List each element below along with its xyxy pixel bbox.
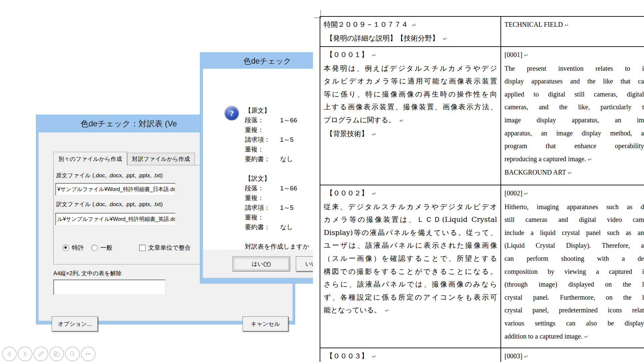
en-text-line: The present invention relates to i (504, 62, 644, 75)
message-line (245, 232, 309, 242)
jp-text-line: 上する画像表示装置、撮像装置、画像表示方法、 (324, 101, 497, 114)
canvas: { "colors": { "dialog_accent": "#9ec7ef"… (0, 0, 644, 362)
doc-type-radio-1[interactable] (91, 245, 98, 251)
jp-text-line: ず、各種設定に係る所定のアイコンをも表示可 (324, 291, 497, 304)
jp-text-line: 能となっている。 ↵ (324, 304, 497, 317)
en-text-line: still cameras and digital video cam (504, 213, 644, 226)
presenter-controls (2, 347, 96, 361)
jp-cell: 特開２００９－１０７７４ ↵ 【発明の詳細な説明】【技術分野】 ↵ (320, 17, 501, 46)
message-line (245, 164, 309, 174)
doc-type-radios: 特許一般 (63, 244, 117, 252)
doc-type-radio-0[interactable] (63, 245, 69, 251)
en-text-line: [0003]↵ (504, 350, 644, 362)
jp-text-line: 【０００２】 ↵ (324, 187, 497, 200)
en-text-line: display apparatuses and the like that ca (504, 75, 644, 88)
dialog-confirm-button-strip: はい(Y) いいえ(N) (203, 250, 332, 278)
en-text-line: apparatus, an image display method, a (504, 127, 644, 140)
en-text-line: include a liquid crystal panel such as a… (504, 226, 644, 239)
source-file-label: 原文ファイル (.doc, .docx, .ppt, .pptx, .txt) (56, 172, 163, 179)
message-line: 重複： (245, 213, 309, 222)
en-text-line: crystal panel, predetermined icons relat (504, 304, 644, 317)
en-text-line: TECHNICAL FIELD↵ (504, 18, 644, 32)
jp-cell: 【０００２】 ↵従来、デジタルスチルカメラやデジタルビデオカメラ等の撮像装置は、… (320, 185, 501, 348)
en-text-line: composition by viewing a captured i (504, 265, 644, 278)
jp-text-line: 本発明は、例えばデジタルスチルカメラやデジ (324, 62, 497, 75)
jp-text-line: 従来、デジタルスチルカメラやデジタルビデオ (324, 200, 497, 214)
source-file-input[interactable]: ¥サンプルファイル¥Word_特許明細書_日本語.doc (55, 183, 175, 195)
jp-text-line: さらに、該液晶パネルでは、撮像画像のみなら (324, 278, 497, 291)
en-text-line: can perform shooting with a de (504, 252, 644, 265)
message-line: 重複： (245, 193, 309, 203)
en-text-line: (Liquid Crystal Display). Therefore, a (504, 239, 644, 252)
en-cell: [0001]↵The present invention relates to … (501, 47, 644, 185)
en-cell: [0002]↵Hitherto, imaging apparatuses suc… (501, 185, 644, 348)
more-options-icon[interactable] (81, 347, 96, 361)
message-line: 重複： (245, 144, 309, 154)
message-line: 段落：1～66 (245, 183, 309, 193)
en-cell: TECHNICAL FIELD↵ (501, 17, 644, 46)
jp-cell: 【０００３】 ↵ (320, 348, 501, 362)
next-slide-icon[interactable] (18, 347, 33, 361)
jp-text-line: 【発明の詳細な説明】【技術分野】 ↵ (324, 32, 497, 46)
jp-text-line: 特開２００９－１０７７４ ↵ (324, 18, 497, 32)
message-line: 請求項：1～5 (245, 203, 309, 213)
en-text-line: cameras, and the like, particularly t (504, 101, 644, 114)
en-text-line: BACKGROUND ART↵ (504, 166, 644, 180)
en-text-line: [0002]↵ (504, 187, 644, 200)
doc-type-label-0: 特許 (72, 244, 84, 252)
target-file-input[interactable]: ル¥サンプルファイル¥Word_特許明細書_英語.doc (55, 213, 175, 225)
table-row: 【０００１】 ↵本発明は、例えばデジタルスチルカメラやデジタルビデオカメラ等に適… (320, 47, 644, 185)
en-text-line: program that enhance operability (504, 139, 644, 153)
yes-button[interactable]: はい(Y) (232, 256, 290, 272)
align-checkbox-label: 文章単位で整合 (148, 244, 191, 252)
en-text-line: image display apparatus, an im (504, 114, 644, 127)
message-line: 【訳文】 (245, 174, 309, 183)
align-checkbox[interactable] (139, 245, 146, 251)
jp-text-line: ユーザは、該液晶パネルに表示された撮像画像 (324, 239, 497, 252)
see-all-slides-icon[interactable] (49, 347, 64, 361)
jp-text-line: （スルー画像）を確認することで、所望とする (324, 252, 497, 265)
align-checkbox-row[interactable]: 文章単位で整合 (139, 244, 191, 252)
en-text-line: crystal panel. Furthermore, on the l (504, 291, 644, 304)
table-row: 【０００３】 ↵[0003]↵ (320, 348, 644, 362)
jp-text-line: 等に係り、特に撮像画像の再生時の操作性を向 (324, 88, 497, 101)
message-line: 段落：1～66 (245, 115, 309, 125)
tab-strip: 別々のファイルから作成対訳ファイルから作成 (53, 153, 195, 165)
message-line: 請求項：1～5 (245, 135, 309, 144)
previous-slide-icon[interactable] (2, 347, 17, 361)
zoom-icon[interactable] (65, 347, 80, 361)
jp-text-line: プログラムに関する。 ↵ (324, 114, 497, 127)
tab-1[interactable]: 対訳ファイルから作成 (127, 153, 195, 165)
cancel-button[interactable]: キャンセル (243, 316, 288, 331)
jp-text-line: 構図での撮影をすることができることになる。 (324, 265, 497, 278)
en-text-line: Hitherto, imaging apparatuses such as d (504, 200, 644, 214)
table-row: 【０００２】 ↵従来、デジタルスチルカメラやデジタルビデオカメラ等の撮像装置は、… (320, 185, 644, 348)
en-cell: [0003]↵ (501, 348, 644, 362)
dialog-confirm-message-area: ? 【原文】段落：1～66重複：請求項：1～5重複：要約書：なし【訳文】段落：1… (203, 69, 332, 250)
options-button[interactable]: オプション... (52, 316, 98, 331)
jp-text-line: カメラ等の撮像装置は、ＬＣＤ(Liquid Crystal (324, 213, 497, 226)
jp-text-line: 【背景技術】 ↵ (324, 127, 497, 141)
message-line: 重複： (245, 125, 309, 135)
jp-text-line: タルビデオカメラ等に適用可能な画像表示装置 (324, 75, 497, 88)
layout-input[interactable] (53, 280, 165, 295)
jp-text-line: Display)等の液晶パネルを備えている。従って、 (324, 226, 497, 239)
jp-cell: 【０００１】 ↵本発明は、例えばデジタルスチルカメラやデジタルビデオカメラ等に適… (320, 47, 501, 185)
en-text-line: applied to digital still cameras, digita… (504, 88, 644, 101)
en-text-line: reproducing a captured image.↵ (504, 153, 644, 166)
table-row: 特開２００９－１０７７４ ↵ 【発明の詳細な説明】【技術分野】 ↵TECHNIC… (320, 17, 644, 47)
message-line: 【原文】 (245, 106, 309, 115)
layout-note-label: A4縦×2列, 文中の表を解除 (53, 269, 121, 277)
message-line: 要約書：なし (245, 154, 309, 164)
en-text-line: [0001]↵ (504, 48, 644, 62)
document-window: 特開２００９－１０７７４ ↵ 【発明の詳細な説明】【技術分野】 ↵TECHNIC… (313, 0, 644, 362)
jp-text-line: 【０００３】 ↵ (324, 350, 497, 362)
help-icon: ? (224, 106, 239, 121)
tab-0[interactable]: 別々のファイルから作成 (53, 152, 127, 165)
pen-icon[interactable] (34, 347, 48, 361)
en-text-line: addition to a captured image.↵ (504, 330, 644, 344)
jp-text-line: 【０００１】 ↵ (324, 48, 497, 62)
confirm-message: 【原文】段落：1～66重複：請求項：1～5重複：要約書：なし【訳文】段落：1～6… (245, 106, 309, 251)
message-line: 要約書：なし (245, 222, 309, 232)
target-file-label: 訳文ファイル (.doc, .docx, .ppt, .pptx, .txt) (56, 200, 163, 208)
